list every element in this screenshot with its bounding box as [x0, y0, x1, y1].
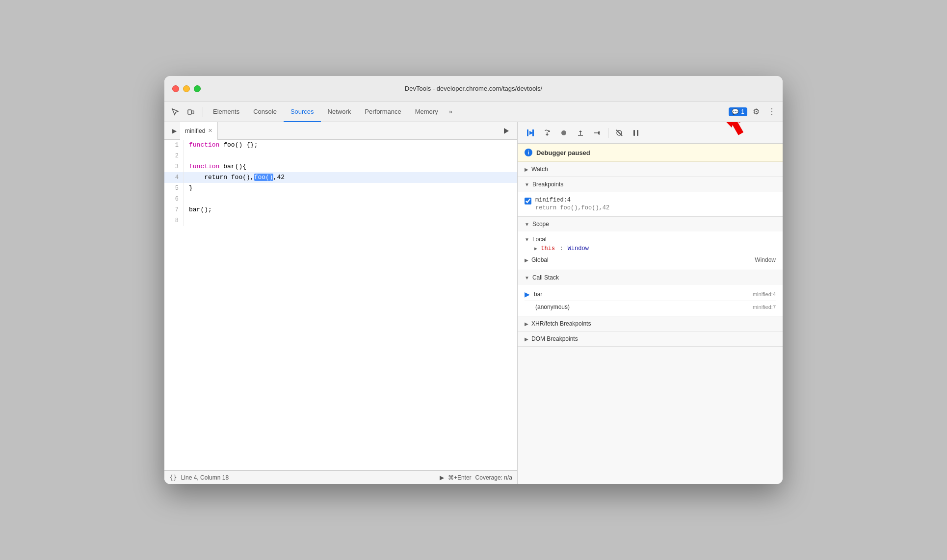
- breakpoint-item: minified:4 return foo(),foo(),42: [525, 195, 776, 213]
- source-tabs-bar: ▶ minified ✕: [164, 122, 517, 140]
- run-snippet-icon[interactable]: [500, 124, 513, 138]
- source-filename: minified: [185, 127, 205, 134]
- dom-breakpoints-label: DOM Breakpoints: [531, 335, 578, 342]
- call-stack-label: Call Stack: [532, 274, 559, 281]
- call-fn-bar: bar: [534, 291, 749, 298]
- svg-marker-10: [579, 130, 582, 132]
- tab-right-actions: 💬 1 ⚙ ⋮: [729, 105, 779, 119]
- svg-marker-19: [718, 122, 745, 130]
- xhr-breakpoints-label: XHR/fetch Breakpoints: [531, 320, 591, 327]
- close-button[interactable]: [172, 85, 179, 92]
- traffic-lights: [172, 85, 201, 92]
- global-scope-value: Window: [755, 256, 776, 263]
- current-frame-icon: ▶: [525, 290, 530, 298]
- run-shortcut: ⌘+Enter: [448, 474, 472, 481]
- more-tabs-button[interactable]: »: [445, 108, 456, 115]
- line-col-info: Line 4, Column 18: [181, 474, 229, 481]
- svg-marker-2: [504, 128, 509, 134]
- scope-this-item: ▶ this : Window: [525, 244, 776, 253]
- call-item-bar[interactable]: ▶ bar minified:4: [525, 288, 776, 301]
- code-line-7: 7 bar();: [164, 204, 517, 215]
- more-options-icon[interactable]: ⋮: [765, 105, 779, 119]
- scope-content: ▼ Local ▶ this : Window: [518, 231, 783, 270]
- tab-console[interactable]: Console: [246, 102, 284, 122]
- window-title: DevTools - developer.chrome.com/tags/dev…: [405, 85, 542, 92]
- devtools-body: ▶ minified ✕ 1 function fo: [164, 122, 783, 484]
- call-item-anonymous[interactable]: (anonymous) minified:7: [525, 301, 776, 313]
- code-line-3: 3 function bar(){: [164, 161, 517, 172]
- breakpoints-content: minified:4 return foo(),foo(),42: [518, 192, 783, 216]
- run-prefix-icon: ▶: [440, 474, 444, 481]
- code-line-5: 5 }: [164, 183, 517, 194]
- svg-rect-1: [192, 111, 194, 114]
- breakpoints-triangle: ▼: [525, 182, 529, 187]
- debugger-paused-text: Debugger paused: [536, 149, 590, 156]
- watch-header[interactable]: ▶ Watch: [518, 162, 783, 177]
- call-stack-section: ▼ Call Stack ▶ bar minified:4 (anonymous…: [518, 270, 783, 316]
- deactivate-breakpoints-button[interactable]: [612, 126, 626, 140]
- left-panel: ▶ minified ✕ 1 function fo: [164, 122, 518, 484]
- global-scope-label: Global: [531, 256, 549, 263]
- svg-marker-8: [546, 134, 549, 136]
- code-line-8: 8: [164, 215, 517, 226]
- right-panel: i Debugger paused ▶ Watch ▼ Breakpoints: [518, 122, 783, 484]
- call-stack-header[interactable]: ▼ Call Stack: [518, 270, 783, 285]
- tab-elements[interactable]: Elements: [206, 102, 246, 122]
- message-badge[interactable]: 💬 1: [729, 107, 747, 116]
- dom-triangle: ▶: [525, 336, 528, 342]
- call-stack-triangle: ▼: [525, 275, 529, 280]
- local-scope-group: ▼ Local ▶ this : Window: [525, 234, 776, 253]
- xhr-breakpoints-header[interactable]: ▶ XHR/fetch Breakpoints: [518, 316, 783, 331]
- info-icon: i: [525, 149, 532, 156]
- inspect-element-icon[interactable]: [168, 105, 182, 119]
- status-bar-left: {} Line 4, Column 18: [169, 474, 229, 481]
- close-file-tab-icon[interactable]: ✕: [208, 127, 212, 134]
- breakpoint-code: return foo(),foo(),42: [535, 204, 609, 211]
- maximize-button[interactable]: [194, 85, 201, 92]
- code-editor[interactable]: 1 function foo() {}; 2 3 function bar(){: [164, 140, 517, 470]
- breakpoints-header[interactable]: ▼ Breakpoints: [518, 177, 783, 192]
- local-scope-label: Local: [532, 236, 547, 243]
- dom-breakpoints-header[interactable]: ▶ DOM Breakpoints: [518, 331, 783, 346]
- source-file-tab[interactable]: minified ✕: [180, 122, 218, 140]
- step-button[interactable]: [590, 126, 604, 140]
- pause-on-exceptions-button[interactable]: [629, 126, 643, 140]
- status-bar-right: ▶ ⌘+Enter Coverage: n/a: [440, 474, 512, 481]
- xhr-triangle: ▶: [525, 321, 528, 327]
- breakpoint-file: minified:4: [535, 197, 609, 204]
- breakpoint-checkbox[interactable]: [525, 198, 531, 204]
- red-arrow-annotation: [714, 122, 763, 141]
- settings-icon[interactable]: ⚙: [749, 105, 763, 119]
- watch-triangle: ▶: [525, 167, 528, 172]
- step-out-button[interactable]: [574, 126, 587, 140]
- tab-memory[interactable]: Memory: [408, 102, 445, 122]
- resume-button[interactable]: [524, 126, 537, 140]
- tab-sources[interactable]: Sources: [284, 102, 321, 122]
- code-line-4: 4 return foo(),foo(),42: [164, 172, 517, 183]
- local-scope-header[interactable]: ▼ Local: [525, 234, 776, 244]
- code-line-2: 2: [164, 151, 517, 161]
- global-scope-header[interactable]: ▶ Global Window: [525, 255, 776, 265]
- svg-line-15: [616, 130, 622, 136]
- format-icon[interactable]: {}: [169, 474, 177, 481]
- device-toolbar-icon[interactable]: [184, 105, 198, 119]
- step-over-button[interactable]: [540, 126, 554, 140]
- tab-network[interactable]: Network: [321, 102, 358, 122]
- status-bar: {} Line 4, Column 18 ▶ ⌘+Enter Coverage:…: [164, 470, 517, 484]
- global-scope-group: ▶ Global Window: [525, 255, 776, 265]
- call-stack-content: ▶ bar minified:4 (anonymous) minified:7: [518, 285, 783, 316]
- debug-toolbar-sep: [608, 128, 608, 138]
- debugger-paused-banner: i Debugger paused: [518, 144, 783, 162]
- breakpoints-section: ▼ Breakpoints minified:4 return foo(),fo…: [518, 177, 783, 217]
- coverage-info: Coverage: n/a: [475, 474, 512, 481]
- minimize-button[interactable]: [183, 85, 190, 92]
- watch-section: ▶ Watch: [518, 162, 783, 177]
- scope-triangle: ▼: [525, 222, 529, 227]
- titlebar: DevTools - developer.chrome.com/tags/dev…: [164, 76, 783, 102]
- devtools-tabs: Elements Console Sources Network Perform…: [164, 102, 783, 122]
- scope-header[interactable]: ▼ Scope: [518, 217, 783, 231]
- tab-performance[interactable]: Performance: [358, 102, 408, 122]
- source-nav-arrow[interactable]: ▶: [168, 125, 180, 137]
- code-line-1: 1 function foo() {};: [164, 140, 517, 151]
- step-into-button[interactable]: [557, 126, 571, 140]
